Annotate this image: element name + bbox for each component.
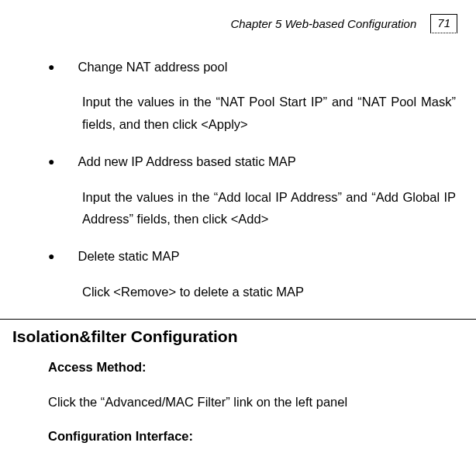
bullet-description: Input the values in the “Add local IP Ad…: [82, 186, 456, 231]
bullet-icon: ●: [48, 246, 54, 265]
bullet-title: Add new IP Address based static MAP: [78, 151, 295, 171]
section-divider: [0, 319, 476, 320]
bullet-row: ● Change NAT address pool: [48, 57, 456, 77]
bullet-row: ● Delete static MAP: [48, 246, 456, 266]
bullet-item: ● Change NAT address pool Input the valu…: [48, 57, 456, 136]
section-body: Access Method: Click the “Advanced/MAC F…: [0, 360, 476, 444]
bullet-item: ● Delete static MAP Click <Remove> to de…: [48, 246, 456, 303]
section-heading: Isolation&filter Configuration: [0, 327, 476, 346]
page-number: 71: [430, 14, 457, 33]
bullet-icon: ●: [48, 151, 54, 170]
bullet-row: ● Add new IP Address based static MAP: [48, 151, 456, 171]
chapter-label: Chapter 5 Web-based Configuration: [230, 17, 416, 30]
bullet-description: Input the values in the “NAT Pool Start …: [82, 91, 456, 136]
page-header: Chapter 5 Web-based Configuration 71: [0, 0, 476, 33]
bullet-title: Change NAT address pool: [78, 57, 227, 77]
bullet-item: ● Add new IP Address based static MAP In…: [48, 151, 456, 230]
bullet-icon: ●: [48, 57, 54, 75]
content-area: ● Change NAT address pool Input the valu…: [0, 33, 476, 303]
config-interface-label: Configuration Interface:: [48, 429, 476, 444]
access-method-label: Access Method:: [48, 360, 476, 375]
access-method-text: Click the “Advanced/MAC Filter” link on …: [48, 392, 476, 412]
bullet-description: Click <Remove> to delete a static MAP: [82, 281, 456, 303]
bullet-title: Delete static MAP: [78, 246, 179, 266]
